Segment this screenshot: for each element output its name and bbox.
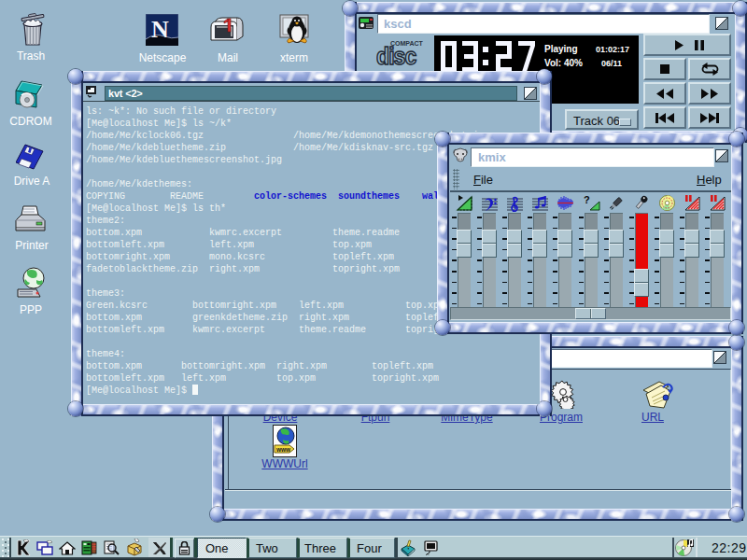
svg-text:N: N <box>151 16 169 43</box>
svg-text:www: www <box>275 446 291 453</box>
svg-text:?: ? <box>584 194 590 205</box>
